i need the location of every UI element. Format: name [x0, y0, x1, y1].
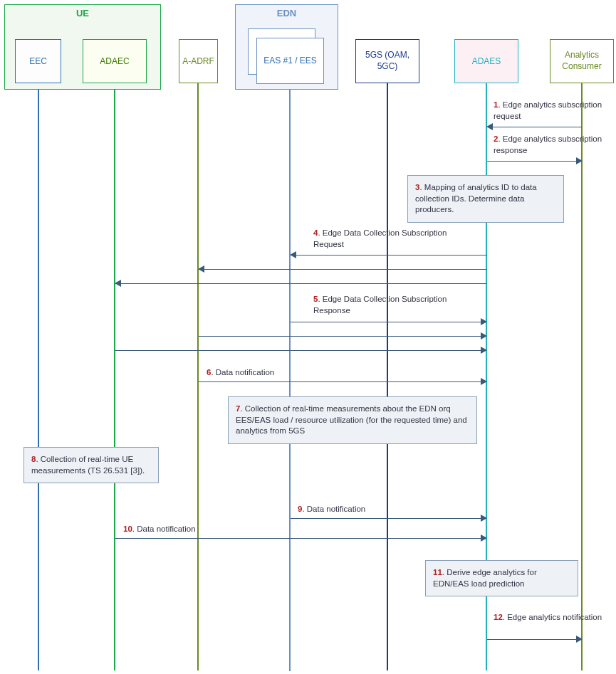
msg-5-arrow-adrf: [199, 336, 486, 337]
msg-5-arrow-adaec: [115, 350, 486, 351]
msg-6-label: 6. Data notification: [207, 367, 274, 379]
msg-5-label: 5. Edge Data Collection Subscription Res…: [313, 294, 477, 316]
participant-eas: EAS #1 / EES: [256, 38, 324, 84]
msg-10-label: 10. Data notification: [123, 524, 196, 535]
msg-2-arrow: [487, 161, 582, 162]
msg-4-arrow-eas: [291, 255, 486, 256]
msg-1-arrow: [487, 127, 582, 127]
msg-9-arrow: [291, 518, 486, 519]
msg-12-arrow: [487, 639, 582, 640]
participant-a-adrf: A-ADRF: [179, 39, 218, 83]
note-11: 11. Derive edge analytics for EDN/EAS lo…: [425, 560, 578, 596]
lifeline-adaec: [114, 83, 115, 670]
msg-12-label: 12. Edge analytics notification: [494, 612, 604, 623]
msg-1-label: 1. Edge analytics subscription request: [494, 100, 604, 122]
participant-adaec: ADAEC: [83, 39, 147, 83]
lifeline-5gs: [387, 83, 388, 670]
lifeline-eas: [289, 84, 291, 671]
note-3: 3. Mapping of analytics ID to data colle…: [407, 175, 564, 223]
participant-adaes: ADAES: [454, 39, 518, 83]
participant-analytics-consumer: Analytics Consumer: [550, 39, 614, 83]
note-8: 8. Collection of real-time UE measuremen…: [24, 447, 159, 483]
lifeline-a-adrf: [197, 83, 199, 670]
msg-4-arrow-adrf: [199, 269, 486, 270]
msg-5-arrow-eas: [291, 322, 486, 322]
note-7: 7. Collection of real-time measurements …: [228, 396, 477, 444]
participant-5gs: 5GS (OAM, 5GC): [355, 39, 419, 83]
lifeline-eec: [38, 83, 39, 670]
ue-group-label: UE: [5, 8, 160, 19]
msg-6-arrow: [199, 381, 486, 382]
msg-4-label: 4. Edge Data Collection Subscription Req…: [313, 228, 477, 250]
msg-10-arrow: [115, 538, 486, 539]
sequence-diagram: UE EEC ADAEC A-ADRF EDN EAS #1 / EES 5GS…: [0, 0, 616, 674]
msg-4-arrow-adaec: [115, 283, 486, 284]
msg-9-label: 9. Data notification: [298, 504, 365, 515]
edn-group-label: EDN: [236, 8, 338, 19]
participant-eec: EEC: [15, 39, 61, 83]
msg-2-label: 2. Edge analytics subscription response: [494, 134, 611, 156]
lifeline-consumer: [581, 83, 583, 670]
